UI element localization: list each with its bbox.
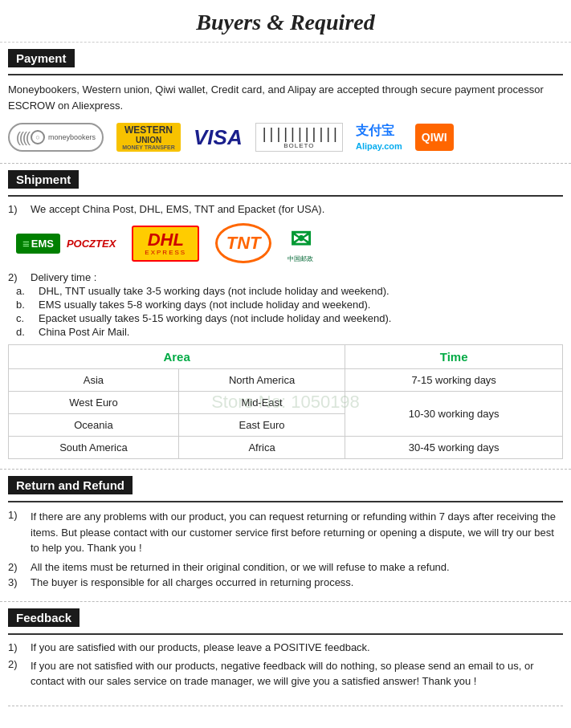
shipment-title: Shipment <box>8 170 79 189</box>
delivery-b: b. EMS usually takes 5-8 working days (n… <box>8 299 563 311</box>
chinapost-logo: ✉ 中国邮政 <box>288 224 313 263</box>
delivery-time-header: 2) Delivery time : <box>8 271 563 283</box>
delivery-table: Area Time Asia North America 7-15 workin… <box>8 344 563 459</box>
page-wrapper: Buyers & Required Payment Moneybookers, … <box>0 0 571 728</box>
shipping-logos: ≡ EMS POCZTEX DHL EXPRESS TNT ✉ 中国邮政 <box>8 223 563 263</box>
tnt-logo: TNT <box>215 223 271 263</box>
shipment-item-1: 1) We accept China Post, DHL, EMS, TNT a… <box>8 203 563 215</box>
moneybookers-logo: (((( ○ moneybookers <box>8 123 104 152</box>
boleto-logo: ||||||||||| BOLETO <box>255 123 343 152</box>
ems-logo: ≡ EMS POCZTEX <box>16 234 116 254</box>
return-item-2: 2) All the items must be returned in the… <box>8 561 563 573</box>
delivery-table-wrapper: Store No: 1050198 Area Time Asia North A… <box>8 344 563 459</box>
feedback-section: Feedback 1) If you are satisfied with ou… <box>0 602 571 706</box>
feedback-title: Feedback <box>8 608 80 627</box>
payment-title: Payment <box>8 49 75 67</box>
return-section: Return and Refund 1) If there are any pr… <box>0 470 571 602</box>
bottom-divider <box>8 706 563 706</box>
table-row: Asia North America 7-15 working days <box>9 369 563 392</box>
payment-logos: (((( ○ moneybookers WESTERN UNION MONEY … <box>8 121 563 153</box>
delivery-d: d. China Post Air Mail. <box>8 326 563 338</box>
payment-description: Moneybookers, Western union, Qiwi wallet… <box>8 82 563 113</box>
return-item-3: 3) The buyer is responsible for all char… <box>8 576 563 588</box>
col-area: Area <box>9 345 345 369</box>
return-item-1: 1) If there are any problems with our pr… <box>8 509 563 556</box>
feedback-item-2: 2) If you are not satisfied with our pro… <box>8 658 563 689</box>
col-time: Time <box>345 345 563 369</box>
page-title: Buyers & Required <box>0 10 571 35</box>
delivery-a: a. DHL, TNT usually take 3-5 working day… <box>8 285 563 297</box>
payment-section: Payment Moneybookers, Western union, Qiw… <box>0 43 571 164</box>
page-header: Buyers & Required <box>0 0 571 43</box>
table-row: South America Africa 30-45 working days <box>9 437 563 459</box>
ems-badge: ≡ EMS <box>16 234 60 254</box>
western-union-logo: WESTERN UNION MONEY TRANSFER <box>116 123 181 152</box>
visa-logo: VISA <box>194 121 243 153</box>
shipment-section: Shipment 1) We accept China Post, DHL, E… <box>0 164 571 470</box>
delivery-c: c. Epacket usually takes 5-15 working da… <box>8 312 563 324</box>
alipay-logo: 支付宝Alipay.com <box>356 121 402 153</box>
dhl-logo: DHL EXPRESS <box>132 226 199 262</box>
table-row: West Euro Mid-East 10-30 working days <box>9 392 563 414</box>
qiwi-logo: QIWI <box>415 124 454 151</box>
feedback-item-1: 1) If you are satisfied with our product… <box>8 641 563 653</box>
return-title: Return and Refund <box>8 476 133 494</box>
